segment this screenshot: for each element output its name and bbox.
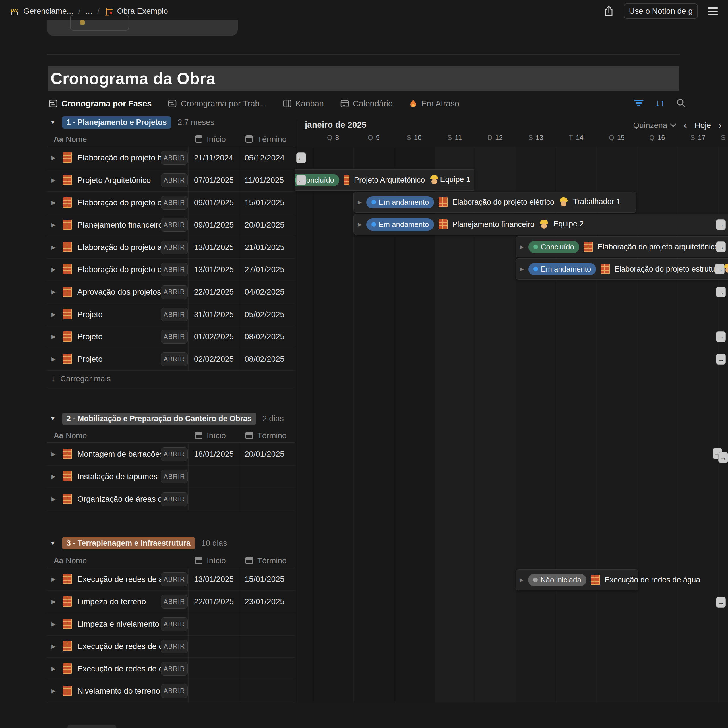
table-row[interactable]: Limpeza e nivelamento d ABRIR xyxy=(47,613,295,636)
start-column-header[interactable]: Início xyxy=(207,556,226,565)
open-button[interactable]: ABRIR xyxy=(161,639,188,653)
table-row[interactable]: Planejamento financeiro ABRIR 09/01/2025… xyxy=(47,214,295,236)
start-date[interactable]: 09/01/2025 xyxy=(194,220,234,229)
open-button[interactable]: ABRIR xyxy=(161,240,188,254)
start-date[interactable]: 21/11/2024 xyxy=(194,153,233,162)
filter-icon[interactable] xyxy=(633,99,644,107)
open-button[interactable]: ABRIR xyxy=(161,684,188,698)
scroll-to-bar-right-button[interactable] xyxy=(716,287,726,297)
end-date[interactable]: 08/02/2025 xyxy=(245,332,284,341)
end-date[interactable]: 20/01/2025 xyxy=(245,450,284,459)
start-date[interactable]: 22/01/2025 xyxy=(194,597,234,606)
end-date[interactable]: 04/02/2025 xyxy=(245,288,284,297)
start-date[interactable]: 18/01/2025 xyxy=(194,450,234,459)
tab-cronograma-por-fases[interactable]: Cronograma por Fases xyxy=(49,99,151,109)
table-row[interactable]: Limpeza do terreno ABRIR 22/01/2025 23/0… xyxy=(47,590,295,613)
expand-toggle-icon[interactable] xyxy=(52,473,56,480)
start-date[interactable]: 13/01/2025 xyxy=(194,575,234,584)
table-row[interactable]: Aprovação dos projetos ABRIR 22/01/2025 … xyxy=(47,281,295,303)
table-row[interactable]: Projeto Arquitetônico ABRIR 07/01/2025 1… xyxy=(47,169,295,192)
expand-toggle-icon[interactable] xyxy=(52,496,56,502)
expand-toggle-icon[interactable] xyxy=(520,244,524,250)
table-row[interactable]: Projeto ABRIR 01/02/2025 08/02/2025 xyxy=(47,325,295,348)
share-icon[interactable] xyxy=(603,5,614,17)
table-row[interactable]: Nivelamento do terreno ABRIR xyxy=(47,680,295,702)
search-icon[interactable] xyxy=(676,98,686,108)
expand-toggle-icon[interactable] xyxy=(52,199,56,206)
prev-period-button[interactable]: ‹ xyxy=(684,119,687,132)
expand-toggle-icon[interactable] xyxy=(52,154,56,161)
expand-toggle-icon[interactable] xyxy=(52,621,56,627)
scroll-to-bar-left-button[interactable] xyxy=(296,153,306,163)
end-column-header[interactable]: Término xyxy=(257,431,287,440)
open-button[interactable]: ABRIR xyxy=(161,330,188,344)
table-row[interactable]: Projeto ABRIR 31/01/2025 05/02/2025 xyxy=(47,303,295,326)
start-date[interactable]: 02/02/2025 xyxy=(194,355,234,364)
load-more-button[interactable]: Carregar mais xyxy=(47,370,295,387)
end-date[interactable]: 21/01/2025 xyxy=(245,243,284,252)
name-column-header[interactable]: Nome xyxy=(66,135,87,144)
scroll-to-bar-right-button[interactable] xyxy=(716,219,726,230)
end-column-header[interactable]: Término xyxy=(257,135,287,144)
group-badge[interactable]: 2 - Mobilização e Preparação do Canteiro… xyxy=(62,413,256,425)
tab-em-atraso[interactable]: Em Atraso xyxy=(409,99,459,109)
expand-toggle-icon[interactable] xyxy=(52,688,56,694)
end-date[interactable]: 11/01/2025 xyxy=(245,176,284,185)
end-date[interactable]: 05/12/2024 xyxy=(245,153,284,162)
expand-toggle-icon[interactable] xyxy=(52,266,56,273)
assignee-link[interactable]: Trabalhador 1 xyxy=(573,197,621,207)
table-row[interactable]: Elaboração do projeto el ABRIR 09/01/202… xyxy=(47,191,295,214)
open-button[interactable]: ABRIR xyxy=(161,470,188,483)
gantt-bar-projeto-eletrico[interactable]: Em andamento Elaboração do projeto elétr… xyxy=(353,192,636,213)
end-date[interactable]: 27/01/2025 xyxy=(245,265,284,274)
start-date[interactable]: 22/01/2025 xyxy=(194,288,234,297)
table-row[interactable]: Projeto ABRIR 02/02/2025 08/02/2025 xyxy=(47,348,295,370)
gantt-bar-projeto-estrutural[interactable]: Em andamento Elaboração do projeto estru… xyxy=(515,258,728,280)
start-column-header[interactable]: Início xyxy=(207,431,226,440)
gantt-bar-planejamento-financeiro[interactable]: Em andamento Planejamento financeiro Equ… xyxy=(353,214,728,235)
gantt-bar-projeto-arquitetonico-elab[interactable]: Concluído Elaboração do projeto arquitet… xyxy=(515,236,728,257)
timeline-zoom-select[interactable]: Quinzena xyxy=(633,121,676,130)
expand-toggle-icon[interactable] xyxy=(52,665,56,672)
table-row[interactable]: Execução de redes de es ABRIR xyxy=(47,658,295,680)
end-date[interactable]: 15/01/2025 xyxy=(245,198,284,207)
gantt-bar-execucao-redes-agua[interactable]: Não iniciada Execução de redes de água xyxy=(515,569,709,590)
group-header-3[interactable]: 3 - Terraplenagem e Infraestrutura 10 di… xyxy=(50,536,227,550)
open-button[interactable]: ABRIR xyxy=(161,196,188,210)
table-row[interactable]: Elaboração do projeto ar ABRIR 13/01/202… xyxy=(47,236,295,259)
breadcrumb-ellipsis[interactable]: ... xyxy=(86,6,92,16)
table-row[interactable]: Instalação de tapumes ABRIR xyxy=(47,465,295,488)
scroll-to-bar-right-button[interactable] xyxy=(716,354,726,365)
group-header-1[interactable]: 1 - Planejamento e Projetos 2.7 meses xyxy=(50,115,214,129)
open-button[interactable]: ABRIR xyxy=(161,447,188,461)
open-button[interactable]: ABRIR xyxy=(161,308,188,321)
table-row[interactable]: Execução de redes de dr ABRIR xyxy=(47,635,295,658)
table-row[interactable]: Elaboração do projeto hi ABRIR 21/11/202… xyxy=(47,147,295,169)
today-button[interactable]: Hoje xyxy=(694,121,711,130)
name-column-header[interactable]: Nome xyxy=(66,556,87,565)
open-button[interactable]: ABRIR xyxy=(161,572,188,586)
scroll-to-bar-right-button[interactable] xyxy=(716,331,726,342)
scroll-to-bar-left-button[interactable] xyxy=(296,174,306,185)
open-button[interactable]: ABRIR xyxy=(161,595,188,609)
assignee-link[interactable]: Equipe 1 xyxy=(440,175,470,185)
expand-toggle-icon[interactable] xyxy=(52,244,56,251)
table-row[interactable]: Montagem de barracões ABRIR 18/01/2025 2… xyxy=(47,443,295,465)
collapse-toggle-icon[interactable] xyxy=(50,540,56,547)
sort-icon[interactable]: ↓↑ xyxy=(655,97,665,109)
gantt-bar-projeto-arquitetonico[interactable]: Concluído Projeto Arquitetônico Equipe 1 xyxy=(295,170,474,191)
end-date[interactable]: 23/01/2025 xyxy=(245,597,284,606)
open-button[interactable]: ABRIR xyxy=(161,662,188,676)
group-header-2[interactable]: 2 - Mobilização e Preparação do Canteiro… xyxy=(50,412,284,425)
tab-kanban[interactable]: Kanban xyxy=(283,99,324,109)
start-date[interactable]: 01/02/2025 xyxy=(194,332,234,341)
collapse-toggle-icon[interactable] xyxy=(50,119,56,126)
expand-toggle-icon[interactable] xyxy=(52,598,56,605)
group-badge[interactable]: 3 - Terraplenagem e Infraestrutura xyxy=(62,537,195,549)
expand-toggle-icon[interactable] xyxy=(52,333,56,340)
menu-icon[interactable] xyxy=(708,7,718,15)
start-date[interactable]: 13/01/2025 xyxy=(194,243,234,252)
scroll-to-bar-right-button[interactable] xyxy=(716,242,726,252)
open-button[interactable]: ABRIR xyxy=(161,218,188,232)
expand-toggle-icon[interactable] xyxy=(52,222,56,228)
